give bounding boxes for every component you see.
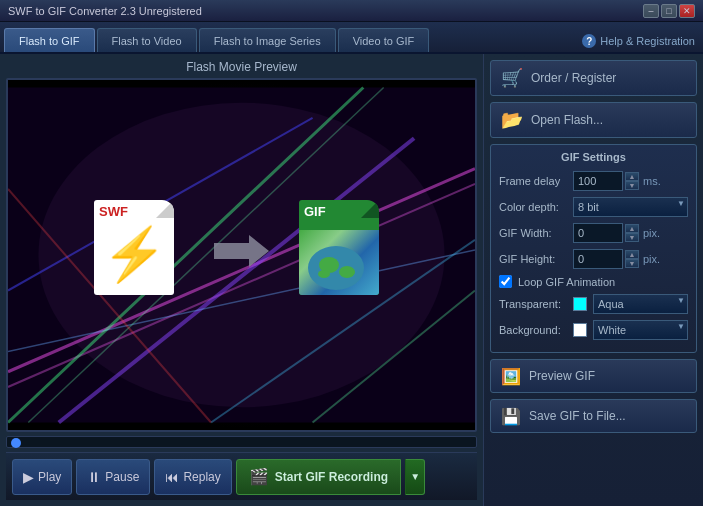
app-title: SWF to GIF Converter 2.3 Unregistered [8,5,202,17]
gif-width-down[interactable]: ▼ [625,233,639,242]
pause-icon: ⏸ [87,469,101,485]
preview-gif-label: Preview GIF [529,369,595,383]
order-register-button[interactable]: 🛒 Order / Register [490,60,697,96]
save-gif-icon: 💾 [501,407,521,426]
transparent-label: Transparent: [499,298,569,310]
svg-point-17 [318,270,330,278]
window-controls: – □ ✕ [643,4,695,18]
pause-button[interactable]: ⏸ Pause [76,459,150,495]
frame-delay-unit: ms. [643,175,661,187]
pause-label: Pause [105,470,139,484]
help-link[interactable]: ? Help & Registration [582,34,695,48]
transparent-select-wrapper: Aqua Black White None [593,294,688,314]
play-icon: ▶ [23,469,34,485]
background-select-wrapper: White Black Aqua Custom [593,320,688,340]
gif-cam-icon: 🎬 [249,467,269,486]
transparent-swatch [573,297,587,311]
frame-delay-row: Frame delay ▲ ▼ ms. [499,171,688,191]
close-button[interactable]: ✕ [679,4,695,18]
replay-button[interactable]: ⏮ Replay [154,459,231,495]
gif-height-row: GIF Height: ▲ ▼ pix. [499,249,688,269]
swf-label: SWF [99,204,128,219]
gif-settings-box: GIF Settings Frame delay ▲ ▼ ms. Color d… [490,144,697,353]
restore-button[interactable]: □ [661,4,677,18]
preview-gif-button[interactable]: 🖼️ Preview GIF [490,359,697,393]
gif-label: GIF [304,204,326,219]
file-corner [156,200,174,218]
open-flash-button[interactable]: 📂 Open Flash... [490,102,697,138]
gif-corner [361,200,379,218]
swf-icon: SWF ⚡ [94,200,184,310]
transparent-row: Transparent: Aqua Black White None [499,294,688,314]
main-content: Flash Movie Preview [0,54,703,506]
gif-width-input[interactable] [573,223,623,243]
background-row: Background: White Black Aqua Custom [499,320,688,340]
play-label: Play [38,470,61,484]
preview-gif-icon: 🖼️ [501,367,521,386]
save-gif-button[interactable]: 💾 Save GIF to File... [490,399,697,433]
progress-bar[interactable] [6,436,477,448]
tab-video-to-gif[interactable]: Video to GIF [338,28,430,52]
gif-width-spinner: ▲ ▼ [625,224,639,242]
loop-row: Loop GIF Animation [499,275,688,288]
gif-height-down[interactable]: ▼ [625,259,639,268]
gif-width-row: GIF Width: ▲ ▼ pix. [499,223,688,243]
preview-graphic: SWF ⚡ GIF [94,200,389,310]
start-gif-label: Start GIF Recording [275,470,388,484]
color-depth-select-wrapper: 8 bit 4 bit 2 bit [573,197,688,217]
color-depth-row: Color depth: 8 bit 4 bit 2 bit [499,197,688,217]
color-depth-label: Color depth: [499,201,569,213]
save-gif-label: Save GIF to File... [529,409,626,423]
loop-checkbox[interactable] [499,275,512,288]
flash-symbol: ⚡ [102,224,167,285]
left-panel: Flash Movie Preview [0,54,483,506]
order-icon: 🛒 [501,67,523,89]
gif-height-unit: pix. [643,253,660,265]
arrow-icon [214,231,269,280]
background-label: Background: [499,324,569,336]
frame-delay-input[interactable] [573,171,623,191]
frame-delay-up[interactable]: ▲ [625,172,639,181]
loop-label: Loop GIF Animation [518,276,615,288]
order-label: Order / Register [531,71,616,85]
help-icon: ? [582,34,596,48]
title-bar: SWF to GIF Converter 2.3 Unregistered – … [0,0,703,22]
gif-width-label: GIF Width: [499,227,569,239]
frame-delay-down[interactable]: ▼ [625,181,639,190]
preview-area: SWF ⚡ GIF [6,78,477,432]
preview-title: Flash Movie Preview [6,60,477,74]
tab-bar: Flash to GIF Flash to Video Flash to Ima… [0,22,703,54]
open-flash-icon: 📂 [501,109,523,131]
color-depth-select[interactable]: 8 bit 4 bit 2 bit [573,197,688,217]
svg-marker-13 [214,235,269,267]
background-select[interactable]: White Black Aqua Custom [593,320,688,340]
background-swatch [573,323,587,337]
help-label: Help & Registration [600,35,695,47]
gif-thumbnail [299,230,379,295]
right-panel: 🛒 Order / Register 📂 Open Flash... GIF S… [483,54,703,506]
progress-indicator [11,438,21,448]
gif-width-unit: pix. [643,227,660,239]
settings-title: GIF Settings [499,151,688,163]
play-button[interactable]: ▶ Play [12,459,72,495]
start-gif-recording-button[interactable]: 🎬 Start GIF Recording [236,459,401,495]
open-flash-label: Open Flash... [531,113,603,127]
transparent-select[interactable]: Aqua Black White None [593,294,688,314]
frame-delay-spinner: ▲ ▼ [625,172,639,190]
gif-icon: GIF [299,200,389,310]
gif-height-input[interactable] [573,249,623,269]
gif-height-spinner: ▲ ▼ [625,250,639,268]
svg-point-16 [339,266,355,278]
tab-flash-to-gif[interactable]: Flash to GIF [4,28,95,52]
gif-height-up[interactable]: ▲ [625,250,639,259]
controls-bar: ▶ Play ⏸ Pause ⏮ Replay 🎬 Start GIF Reco… [6,452,477,500]
frame-delay-label: Frame delay [499,175,569,187]
start-gif-dropdown[interactable]: ▼ [405,459,425,495]
tab-flash-to-video[interactable]: Flash to Video [97,28,197,52]
minimize-button[interactable]: – [643,4,659,18]
tab-flash-to-image-series[interactable]: Flash to Image Series [199,28,336,52]
replay-label: Replay [183,470,220,484]
gif-height-label: GIF Height: [499,253,569,265]
replay-icon: ⏮ [165,469,179,485]
gif-width-up[interactable]: ▲ [625,224,639,233]
